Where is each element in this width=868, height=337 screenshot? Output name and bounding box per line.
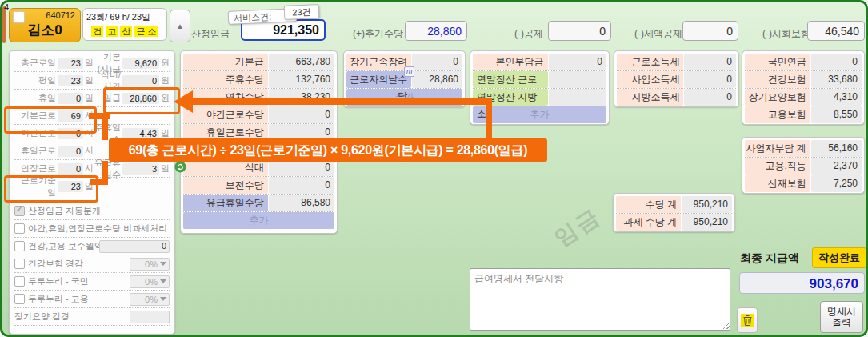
pay-row: 장기요양보험4,310: [745, 89, 862, 106]
pay-label: 식대: [183, 159, 268, 176]
stat-unit: 일: [85, 74, 94, 86]
memo-input[interactable]: [470, 268, 730, 331]
pay-row: 근로자의날수당m28,860: [346, 71, 462, 89]
pay-row: 국민연금0: [745, 54, 862, 71]
checkbox-health-reduction[interactable]: [14, 259, 25, 269]
pay-value[interactable]: 0: [811, 54, 862, 70]
sync-icon[interactable]: [174, 161, 186, 176]
employee-card[interactable]: 640712 김소0: [9, 8, 81, 42]
connector-line: [102, 161, 108, 180]
checkbox-durunuri-pension[interactable]: [14, 276, 25, 287]
pay-row: 보전수당0: [183, 177, 334, 195]
stat-value: 23: [58, 58, 83, 69]
pay-label: 유급휴일수당: [183, 195, 268, 211]
highlight-daily-wage: [103, 87, 180, 114]
pay-value[interactable]: 0: [412, 54, 462, 70]
pay-label: 야간근로수당: [183, 106, 268, 123]
pay-row: 추가: [183, 212, 334, 229]
social-insurance-field: 46,540: [807, 21, 865, 41]
print-payslip-button[interactable]: 명세서 출력: [820, 301, 863, 333]
pay-value[interactable]: 28,860: [412, 71, 462, 88]
health-reduction-select[interactable]: 0%: [130, 258, 170, 271]
pay-row: 사업자부담 계56,160: [745, 140, 862, 158]
add-deduction-button[interactable]: 추가: [473, 106, 606, 123]
pay-value[interactable]: 0: [549, 54, 606, 70]
status-badge[interactable]: 작성완료: [812, 247, 866, 268]
option-list: 산정임금 자동분개 야간,휴일,연장근로수당 비과세처리 건강,고용 보수월액으…: [14, 203, 170, 326]
select-value: 0%: [145, 259, 158, 269]
pay-value[interactable]: 0: [684, 89, 736, 106]
pay-label: 연말정산 근로소..: [473, 71, 548, 88]
tag-employment: 고: [106, 26, 118, 37]
pay-label: 산재보험: [745, 175, 810, 192]
stat-value: 0: [122, 75, 159, 86]
totals-panel: 수당 계950,210 과세 수당 계950,210: [613, 193, 735, 232]
social-insurance-label: (-)사회보험: [762, 27, 810, 41]
deduction-field: 0: [548, 21, 611, 41]
stat-value: [122, 115, 159, 117]
pay-value[interactable]: 4,310: [811, 89, 862, 106]
option-label: 건강보험 경감: [28, 258, 130, 270]
pay-value[interactable]: [549, 89, 606, 106]
pay-row: 연말정산 근로소..: [473, 71, 606, 89]
pay-row: 지방소득세0: [617, 89, 736, 106]
select-value: 0%: [145, 277, 158, 287]
total-label: 수당 계: [616, 196, 681, 213]
pay-row: 식대0: [183, 159, 334, 177]
stat-value: 4.43: [122, 128, 159, 139]
checkbox-auto-journal[interactable]: [14, 206, 25, 216]
pay-row: 주휴수당132,760: [183, 71, 334, 89]
checkbox-tax-exempt[interactable]: [14, 223, 25, 234]
pay-value[interactable]: 0: [269, 159, 334, 176]
tag-income: 근.소: [134, 26, 158, 37]
work-summary: 23회/ 69 h/ 23일: [86, 11, 163, 23]
collapse-button[interactable]: ▲: [170, 10, 190, 42]
pay-value[interactable]: 0: [269, 106, 334, 123]
extra-pay-label: (+)추가수당: [353, 27, 403, 41]
checkbox-monthly-base[interactable]: [14, 241, 25, 251]
pay-label: 건강보험: [745, 71, 810, 88]
stat-value: 9,620: [122, 58, 159, 69]
option-row: 두루누리 - 국민0%: [14, 273, 170, 291]
triangle-up-icon: ▲: [176, 22, 184, 30]
durunuri-employment-select[interactable]: 0%: [130, 293, 170, 306]
durunuri-pension-select[interactable]: 0%: [130, 275, 170, 288]
pay-value[interactable]: 132,760: [269, 71, 334, 88]
stat-label: 총근로일: [14, 57, 56, 69]
pay-value[interactable]: 0: [684, 71, 736, 88]
pay-label: 기본급: [183, 54, 268, 70]
stat-value: [122, 186, 159, 187]
deduction-label: (-)공제: [514, 27, 543, 41]
longterm-care-input[interactable]: [130, 311, 170, 323]
final-amount-label: 최종 지급액: [740, 251, 799, 266]
pay-value[interactable]: 8,550: [811, 106, 862, 123]
option-row: 산정임금 자동분개: [14, 203, 170, 220]
option-row: 야간,휴일,연장근로수당 비과세처리: [14, 220, 170, 238]
arrow-line: [191, 98, 492, 105]
pay-label: 고용보험: [745, 106, 810, 123]
pay-value: 56,160: [811, 140, 862, 157]
stat-unit: 원: [161, 74, 170, 86]
pay-value[interactable]: 86,580: [269, 195, 334, 211]
pay-label: 장기근속장려금: [346, 54, 411, 70]
pay-label: 사업소득세: [617, 71, 683, 88]
delete-button[interactable]: [737, 307, 758, 333]
pay-value[interactable]: [549, 71, 606, 88]
stat-unit: 원: [161, 57, 170, 69]
pay-row: 산재보험7,250: [745, 175, 862, 192]
stat-label: 연장근로: [14, 162, 56, 175]
extra-pay-field: 28,860: [405, 21, 467, 41]
tax-panel: 근로소득세0 사업소득세0 지방소득세0: [614, 50, 739, 107]
pay-value[interactable]: 663,780: [269, 54, 334, 70]
pay-value[interactable]: 0: [269, 177, 334, 194]
add-allowance-button[interactable]: 추가: [183, 212, 334, 229]
pay-value[interactable]: 33,680: [811, 71, 862, 88]
chevron-down-icon: [160, 297, 166, 301]
pay-value[interactable]: 0: [684, 54, 736, 70]
employee-name: 김소0: [10, 21, 80, 39]
checkbox-durunuri-employment[interactable]: [14, 294, 25, 304]
tax-deduction-field: 0: [682, 21, 738, 41]
monthly-base-input[interactable]: 0: [99, 240, 170, 253]
final-amount-value: 903,670: [739, 272, 865, 294]
option-row: 장기요양 감경: [14, 308, 170, 326]
